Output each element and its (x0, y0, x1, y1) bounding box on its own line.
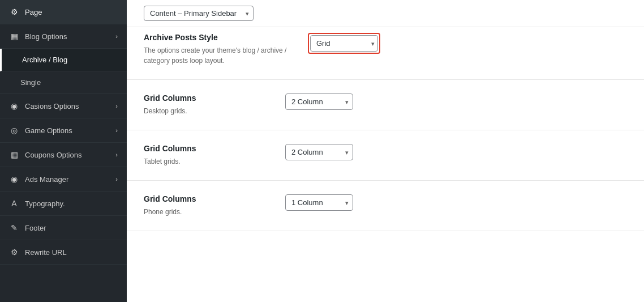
section-grid-columns-phone: Grid ColumnsPhone grids.1 Column2 Column… (127, 181, 644, 231)
sidebar-label-rewrite-url: Rewrite URL (25, 248, 118, 257)
sidebar-icon-page: ⚙ (9, 7, 19, 17)
sidebar-item-single[interactable]: Single (0, 71, 127, 94)
sidebar-item-blog-options[interactable]: ▦Blog Options› (0, 24, 127, 49)
sidebar-item-footer[interactable]: ✎Footer (0, 216, 127, 240)
sidebar-item-coupons-options[interactable]: ▦Coupons Options› (0, 143, 127, 167)
label-col-grid-columns-phone: Grid ColumnsPhone grids. (144, 194, 268, 217)
select-grid-columns-tablet[interactable]: 1 Column2 Column3 Column (285, 144, 353, 160)
sidebar-label-game-options: Game Options (25, 126, 110, 135)
row-archive-posts-style: Archive Posts StyleThe options create yo… (144, 33, 627, 66)
section-grid-columns-desktop: Grid ColumnsDesktop grids.1 Column2 Colu… (127, 80, 644, 130)
sidebar-item-typography[interactable]: ATypography. (0, 192, 127, 216)
control-col-grid-columns-desktop: 1 Column2 Column3 Column4 Column▾ (285, 93, 353, 110)
label-col-archive-posts-style: Archive Posts StyleThe options create yo… (144, 33, 291, 66)
dropdown-wrapper-grid-columns-desktop[interactable]: 1 Column2 Column3 Column4 Column▾ (285, 93, 353, 110)
section-desc-grid-columns-desktop: Desktop grids. (144, 106, 268, 116)
select-grid-columns-phone[interactable]: 1 Column2 Column (285, 194, 353, 211)
sidebar: ⚙Page▦Blog Options›Archive / BlogSingle◉… (0, 0, 127, 302)
sidebar-arrow-coupons-options: › (115, 151, 118, 158)
section-desc-grid-columns-phone: Phone grids. (144, 207, 268, 217)
sidebar-icon-ads-manager: ◉ (9, 174, 19, 184)
sidebar-label-blog-options: Blog Options (25, 32, 110, 41)
row-grid-columns-phone: Grid ColumnsPhone grids.1 Column2 Column… (144, 194, 627, 217)
sidebar-label-single: Single (20, 78, 118, 87)
dropdown-wrapper-archive-posts-style[interactable]: GridListMasonry▾ (308, 33, 380, 54)
dropdown-wrapper-grid-columns-tablet[interactable]: 1 Column2 Column3 Column▾ (285, 144, 353, 160)
control-col-grid-columns-phone: 1 Column2 Column▾ (285, 194, 353, 211)
sidebar-label-typography: Typography. (25, 199, 118, 208)
top-bar: Content – Primary SidebarFull WidthSideb… (127, 0, 644, 27)
section-archive-posts-style: Archive Posts StyleThe options create yo… (127, 27, 644, 80)
sidebar-item-page[interactable]: ⚙Page (0, 0, 127, 24)
sidebar-label-archive-blog: Archive / Blog (22, 56, 118, 64)
sidebar-arrow-game-options: › (115, 127, 118, 134)
sidebar-label-coupons-options: Coupons Options (25, 151, 110, 159)
row-grid-columns-tablet: Grid ColumnsTablet grids.1 Column2 Colum… (144, 144, 627, 167)
section-title-grid-columns-phone: Grid Columns (144, 194, 268, 203)
sidebar-label-casions-options: Casions Options (25, 102, 110, 110)
sidebar-item-archive-blog[interactable]: Archive / Blog (0, 49, 127, 71)
label-col-grid-columns-tablet: Grid ColumnsTablet grids. (144, 144, 268, 167)
sidebar-item-game-options[interactable]: ◎Game Options› (0, 118, 127, 143)
section-desc-archive-posts-style: The options create your theme's blog / a… (144, 45, 291, 66)
sidebar-label-footer: Footer (25, 224, 118, 232)
sidebar-icon-blog-options: ▦ (9, 31, 19, 41)
sidebar-arrow-casions-options: › (115, 103, 118, 109)
control-col-archive-posts-style: GridListMasonry▾ (308, 33, 380, 54)
sidebar-label-page: Page (25, 8, 118, 16)
settings-sections: Archive Posts StyleThe options create yo… (127, 27, 644, 231)
label-col-grid-columns-desktop: Grid ColumnsDesktop grids. (144, 93, 268, 116)
dropdown-wrapper-grid-columns-phone[interactable]: 1 Column2 Column▾ (285, 194, 353, 211)
select-grid-columns-desktop[interactable]: 1 Column2 Column3 Column4 Column (285, 93, 353, 110)
control-col-grid-columns-tablet: 1 Column2 Column3 Column▾ (285, 144, 353, 160)
section-title-grid-columns-tablet: Grid Columns (144, 144, 268, 153)
sidebar-icon-casions-options: ◉ (9, 101, 19, 111)
sidebar-arrow-blog-options: › (115, 33, 118, 40)
sidebar-icon-coupons-options: ▦ (9, 150, 19, 160)
sidebar-label-ads-manager: Ads Manager (25, 175, 110, 184)
sidebar-arrow-ads-manager: › (115, 176, 118, 182)
layout-select[interactable]: Content – Primary SidebarFull WidthSideb… (144, 6, 254, 21)
sidebar-item-casions-options[interactable]: ◉Casions Options› (0, 94, 127, 118)
section-title-grid-columns-desktop: Grid Columns (144, 93, 268, 103)
sidebar-icon-game-options: ◎ (9, 125, 19, 135)
sidebar-item-ads-manager[interactable]: ◉Ads Manager› (0, 167, 127, 192)
section-title-archive-posts-style: Archive Posts Style (144, 33, 291, 42)
layout-select-wrapper[interactable]: Content – Primary SidebarFull WidthSideb… (144, 6, 254, 21)
section-grid-columns-tablet: Grid ColumnsTablet grids.1 Column2 Colum… (127, 130, 644, 181)
section-desc-grid-columns-tablet: Tablet grids. (144, 156, 268, 167)
row-grid-columns-desktop: Grid ColumnsDesktop grids.1 Column2 Colu… (144, 93, 627, 116)
select-archive-posts-style[interactable]: GridListMasonry (310, 35, 378, 52)
main-content: Content – Primary SidebarFull WidthSideb… (127, 0, 644, 302)
sidebar-item-rewrite-url[interactable]: ⚙Rewrite URL (0, 240, 127, 265)
sidebar-icon-typography: A (9, 198, 19, 209)
sidebar-icon-rewrite-url: ⚙ (9, 247, 19, 257)
sidebar-icon-footer: ✎ (9, 223, 19, 233)
